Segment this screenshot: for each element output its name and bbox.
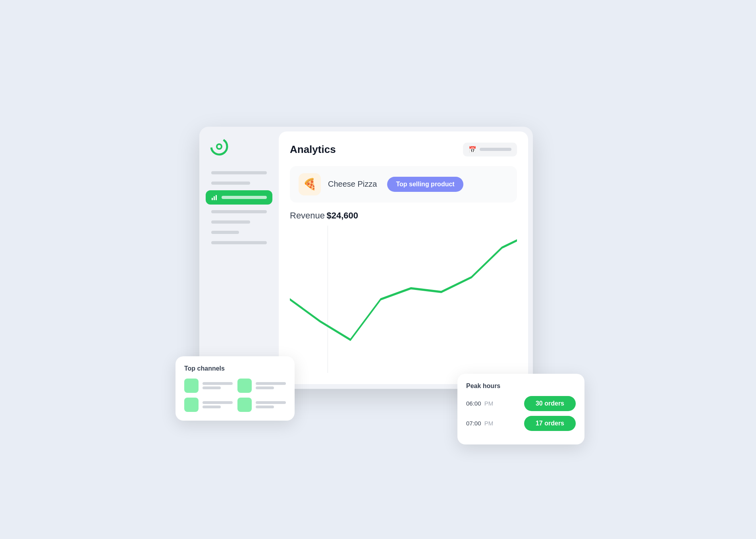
page-title: Analytics <box>290 143 336 156</box>
revenue-label: Revenue <box>290 211 325 220</box>
sidebar-item-7[interactable] <box>206 240 272 246</box>
top-selling-badge: Top selling product <box>387 177 463 192</box>
peak-time-1: 06:00 PM <box>466 400 493 407</box>
sidebar-item-4[interactable] <box>206 209 272 215</box>
svg-rect-6 <box>216 195 217 200</box>
sidebar-bar <box>211 171 267 174</box>
sidebar-nav <box>206 170 272 357</box>
peak-hours-card: Peak hours 06:00 PM 30 orders 07:00 PM 1… <box>457 374 584 444</box>
channel-bars <box>256 401 286 408</box>
svg-rect-5 <box>214 196 215 200</box>
date-bar <box>480 148 511 151</box>
peak-hours-title: Peak hours <box>466 383 576 390</box>
pizza-icon: 🍕 <box>303 178 317 191</box>
main-content: Analytics 📅 🍕 Cheese Pizza Top selling p… <box>279 131 528 384</box>
channel-item-1 <box>184 379 233 393</box>
peak-time-2: 07:00 PM <box>466 420 493 427</box>
sidebar-item-6[interactable] <box>206 229 272 236</box>
product-name: Cheese Pizza <box>328 180 377 189</box>
sidebar-bar <box>211 241 267 244</box>
analytics-icon <box>211 194 218 201</box>
peak-row-1: 06:00 PM 30 orders <box>466 396 576 411</box>
channel-bars <box>202 401 233 408</box>
sidebar-item-analytics[interactable] <box>206 190 272 205</box>
channel-icon <box>184 398 199 412</box>
channel-bar <box>202 401 233 404</box>
channel-bar <box>256 382 286 385</box>
channel-item-3 <box>184 398 233 412</box>
peak-badge-2: 17 orders <box>524 416 576 431</box>
channel-bars <box>256 382 286 389</box>
channel-bar-short <box>256 386 274 389</box>
channel-bars <box>202 382 233 389</box>
sidebar-item-1[interactable] <box>206 170 272 176</box>
product-emoji: 🍕 <box>299 173 321 195</box>
svg-point-3 <box>218 145 221 148</box>
sidebar-bar <box>211 210 267 213</box>
main-window: 🎧 24/7 Analytics 📅 🍕 Cheese P <box>199 127 533 389</box>
peak-row-2: 07:00 PM 17 orders <box>466 416 576 431</box>
app-logo <box>209 136 230 157</box>
sidebar-bar <box>211 231 239 234</box>
sidebar-bar <box>211 182 250 185</box>
sidebar: 🎧 24/7 <box>199 127 279 389</box>
channel-bar-short <box>202 406 221 408</box>
svg-rect-4 <box>212 198 213 200</box>
channel-bar-short <box>202 386 221 389</box>
channel-icon <box>237 398 252 412</box>
channels-grid <box>184 379 286 412</box>
channel-bar <box>202 382 233 385</box>
channel-item-4 <box>237 398 286 412</box>
channel-icon <box>237 379 252 393</box>
revenue-section: Revenue $24,600 <box>290 211 517 226</box>
channel-bar-short <box>256 406 274 408</box>
top-channels-card: Top channels <box>176 356 295 421</box>
date-picker[interactable]: 📅 <box>463 143 517 156</box>
channel-icon <box>184 379 199 393</box>
sidebar-bar <box>211 220 250 224</box>
channels-card-title: Top channels <box>184 365 286 372</box>
app-container: 🎧 24/7 Analytics 📅 🍕 Cheese P <box>199 127 557 413</box>
peak-badge-1: 30 orders <box>524 396 576 411</box>
revenue-amount: $24,600 <box>327 211 359 220</box>
calendar-icon: 📅 <box>469 146 476 153</box>
channel-item-2 <box>237 379 286 393</box>
channel-bar <box>256 401 286 404</box>
sidebar-item-2[interactable] <box>206 180 272 186</box>
sidebar-item-5[interactable] <box>206 219 272 225</box>
chart-area <box>290 226 517 373</box>
page-header: Analytics 📅 <box>290 143 517 156</box>
top-product-card: 🍕 Cheese Pizza Top selling product <box>290 166 517 203</box>
active-nav-bar <box>222 196 267 199</box>
